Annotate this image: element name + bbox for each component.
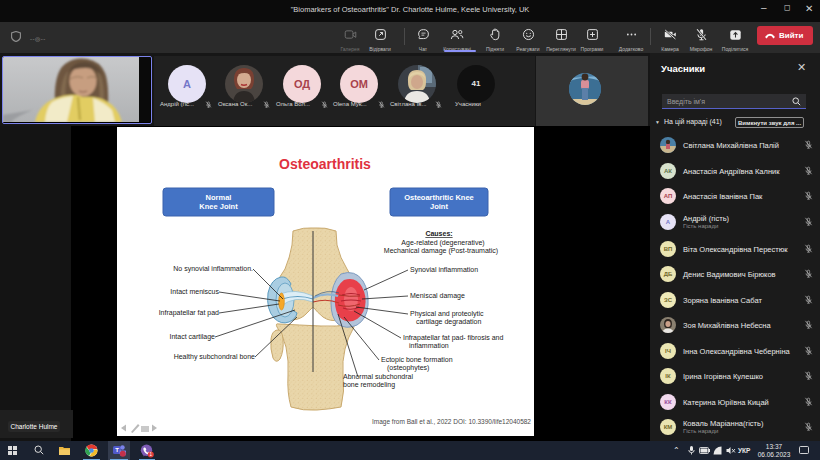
svg-text:Healthy subchondral bone: Healthy subchondral bone (174, 353, 255, 361)
svg-text:Osteoarthritis: Osteoarthritis (279, 156, 371, 172)
svg-text:bone remodeling: bone remodeling (343, 381, 395, 389)
svg-text:Normal: Normal (206, 193, 232, 202)
svg-text:Image from Ball et al., 2022 D: Image from Ball et al., 2022 DOI: 10.339… (372, 418, 531, 426)
svg-text:inflammation: inflammation (409, 342, 449, 349)
svg-text:Ectopic bone formation: Ectopic bone formation (381, 356, 453, 364)
svg-text:Joint: Joint (430, 202, 448, 211)
svg-text:Infrapatellar fat pad: Infrapatellar fat pad (159, 309, 219, 317)
svg-text:Causes:: Causes: (425, 230, 452, 237)
svg-text:Knee Joint: Knee Joint (199, 202, 238, 211)
svg-text:Osteoarthritic Knee: Osteoarthritic Knee (404, 193, 474, 202)
svg-text:Infrapatellar fat pad- fibrosi: Infrapatellar fat pad- fibrosis and (403, 334, 503, 342)
svg-text:Intact cartilage: Intact cartilage (169, 333, 215, 341)
svg-text:(osteophytes): (osteophytes) (387, 364, 429, 372)
svg-text:Meniscal damage: Meniscal damage (410, 292, 465, 300)
svg-text:cartilage degradation: cartilage degradation (416, 318, 481, 326)
svg-text:T: T (115, 447, 119, 453)
svg-text:Synovial inflammation: Synovial inflammation (410, 266, 478, 274)
svg-text:Abnormal subchondral: Abnormal subchondral (343, 373, 413, 380)
svg-text:Intact meniscus: Intact meniscus (170, 288, 219, 295)
svg-text:Mechanical damage (Post-trauma: Mechanical damage (Post-traumatic) (384, 247, 498, 255)
svg-text:No synovial inflammation.: No synovial inflammation. (173, 265, 253, 273)
svg-text:Physical and proteolytic: Physical and proteolytic (410, 310, 484, 318)
svg-text:Age-related (degenerative): Age-related (degenerative) (401, 239, 484, 247)
